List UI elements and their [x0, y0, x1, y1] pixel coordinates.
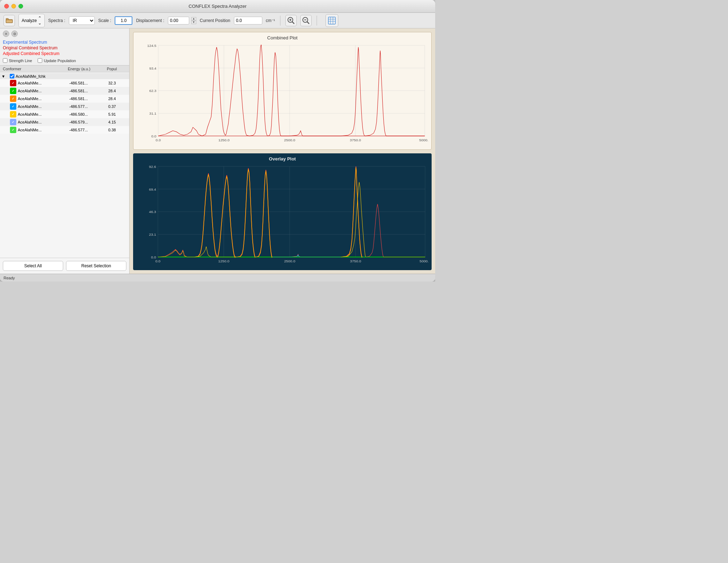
update-population-text: Update Population — [44, 59, 76, 63]
main-window: CONFLEX Spectra Analyzer Analyze ⌃⌄ Spec… — [0, 0, 435, 282]
row-energy: -486.579... — [69, 120, 108, 124]
svg-line-3 — [292, 22, 294, 24]
svg-text:2500.0: 2500.0 — [284, 138, 295, 142]
window-title: CONFLEX Spectra Analyzer — [188, 4, 246, 9]
col-energy: Energy (a.u.) — [68, 67, 107, 71]
current-position-input[interactable] — [234, 17, 262, 24]
list-item[interactable]: ✓ AceAlaNMe... -486.577... 0.37 — [0, 103, 129, 110]
table-view-button[interactable] — [325, 14, 338, 27]
row-popul: 28.4 — [108, 97, 128, 101]
svg-text:69.4: 69.4 — [149, 187, 156, 191]
displacement-spinners: ▲ ▼ — [191, 17, 196, 24]
sidebar: ✕ ⚙ Experimental Spectrum Original Combi… — [0, 28, 130, 274]
row-name: ✓ AceAlaNMe... — [10, 103, 69, 110]
svg-text:0.0: 0.0 — [155, 259, 161, 263]
settings-button[interactable]: ⚙ — [11, 31, 18, 37]
parent-checkbox[interactable] — [9, 74, 16, 78]
spectrum-labels: Experimental Spectrum Original Combined … — [3, 40, 126, 56]
experimental-spectrum-label[interactable]: Experimental Spectrum — [3, 40, 126, 45]
col-conformer: Conformer — [3, 67, 68, 71]
displacement-up[interactable]: ▲ — [191, 17, 196, 21]
list-item[interactable]: ✓ AceAlaNMe... -486.581... 28.4 — [0, 95, 129, 103]
list-item[interactable]: ✓ AceAlaNMe... -486.581... 28.4 — [0, 87, 129, 95]
close-panel-button[interactable]: ✕ — [3, 31, 9, 37]
open-file-button[interactable] — [4, 15, 15, 26]
svg-text:46.3: 46.3 — [149, 210, 156, 214]
tree-parent-row[interactable]: ▼ AceAlaNMe_fchk — [0, 73, 129, 79]
row-conformer-name: AceAlaNMe... — [18, 104, 42, 109]
displacement-down[interactable]: ▼ — [191, 21, 196, 24]
row-name: ✓ AceAlaNMe... — [10, 119, 69, 125]
color-badge: ✓ — [10, 127, 16, 133]
row-popul: 0.37 — [108, 104, 128, 109]
row-conformer-name: AceAlaNMe... — [18, 112, 42, 116]
row-name: ✓ AceAlaNMe... — [10, 127, 69, 133]
row-name: ✓ AceAlaNMe... — [10, 111, 69, 117]
reset-selection-button[interactable]: Reset Selection — [66, 261, 126, 271]
row-name: ✓ AceAlaNMe... — [10, 88, 69, 94]
tree-content: ▼ AceAlaNMe_fchk ✓ AceAlaNMe... -486.581… — [0, 72, 129, 258]
svg-text:0.0: 0.0 — [156, 138, 161, 142]
list-item[interactable]: ✓ AceAlaNMe... -486.581... 32.3 — [0, 79, 129, 87]
overlay-plot-svg: 92.6 69.4 46.3 23.1 0.0 0.0 1250.0 2500.… — [136, 163, 429, 268]
svg-text:124.5: 124.5 — [147, 44, 157, 48]
select-all-button[interactable]: Select All — [3, 261, 63, 271]
strength-line-input[interactable] — [3, 58, 7, 63]
row-popul: 28.4 — [108, 89, 128, 93]
zoom-out-icon — [302, 16, 310, 25]
original-combined-label[interactable]: Original Combined Spectrum — [3, 45, 126, 50]
sidebar-icons: ✕ ⚙ — [3, 31, 126, 37]
row-conformer-name: AceAlaNMe... — [18, 89, 42, 93]
separator-1 — [280, 16, 280, 26]
row-conformer-name: AceAlaNMe... — [18, 97, 42, 101]
scale-input[interactable] — [115, 16, 132, 25]
combined-plot-container: Combined Plot — [133, 32, 432, 150]
list-item[interactable]: ✓ AceAlaNMe... -486.580... 5.91 — [0, 110, 129, 118]
svg-text:31.1: 31.1 — [149, 111, 157, 115]
tree-expand-icon: ▼ — [1, 74, 9, 78]
displacement-input[interactable] — [168, 17, 189, 24]
tree-header: Conformer Energy (a.u.) Popul — [0, 65, 129, 72]
zoom-in-icon — [287, 16, 295, 25]
spectra-select[interactable]: IR Raman — [69, 16, 95, 25]
zoom-out-button[interactable] — [300, 15, 312, 26]
row-popul: 5.91 — [108, 112, 128, 116]
update-population-input[interactable] — [38, 58, 42, 63]
maximize-button[interactable] — [18, 4, 23, 9]
overlay-plot-title: Overlay Plot — [136, 156, 429, 162]
svg-line-6 — [307, 22, 309, 24]
svg-text:1250.0: 1250.0 — [218, 259, 230, 263]
strength-line-checkbox[interactable]: Strength Line — [3, 58, 32, 63]
svg-text:92.6: 92.6 — [149, 164, 156, 168]
svg-text:0.0: 0.0 — [151, 255, 156, 259]
overlay-plot-area: 92.6 69.4 46.3 23.1 0.0 0.0 1250.0 2500.… — [136, 163, 429, 268]
analyze-chevron-icon: ⌃⌄ — [38, 16, 42, 26]
list-item[interactable]: ✓ AceAlaNMe... -486.577... 0.38 — [0, 126, 129, 134]
close-button[interactable] — [4, 4, 9, 9]
color-badge: ✓ — [10, 103, 16, 110]
separator-2 — [317, 16, 317, 26]
svg-text:93.4: 93.4 — [149, 66, 157, 70]
tree-rows-container: ✓ AceAlaNMe... -486.581... 32.3 ✓ AceAla… — [0, 79, 129, 134]
zoom-in-button[interactable] — [285, 15, 297, 26]
analyze-label: Analyze — [22, 18, 37, 23]
adjusted-combined-label[interactable]: Adjusted Combined Spectrum — [3, 51, 126, 56]
minimize-button[interactable] — [11, 4, 16, 9]
color-badge: ✓ — [10, 95, 16, 102]
main-area: ✕ ⚙ Experimental Spectrum Original Combi… — [0, 28, 435, 274]
svg-text:3750.0: 3750.0 — [350, 138, 361, 142]
row-energy: -486.577... — [69, 128, 108, 132]
combined-plot-title: Combined Plot — [136, 35, 428, 40]
svg-rect-7 — [328, 17, 335, 24]
traffic-lights — [4, 4, 23, 9]
svg-text:1250.0: 1250.0 — [218, 138, 230, 142]
update-population-checkbox[interactable]: Update Population — [38, 58, 76, 63]
row-name: ✓ AceAlaNMe... — [10, 80, 69, 86]
color-badge: ✓ — [10, 119, 16, 125]
list-item[interactable]: ✓ AceAlaNMe... -486.579... 4.15 — [0, 118, 129, 126]
scale-label: Scale : — [98, 18, 111, 23]
folder-icon — [5, 17, 13, 24]
status-text: Ready — [4, 276, 15, 280]
color-badge: ✓ — [10, 80, 16, 86]
analyze-dropdown[interactable]: Analyze ⌃⌄ — [18, 14, 45, 27]
